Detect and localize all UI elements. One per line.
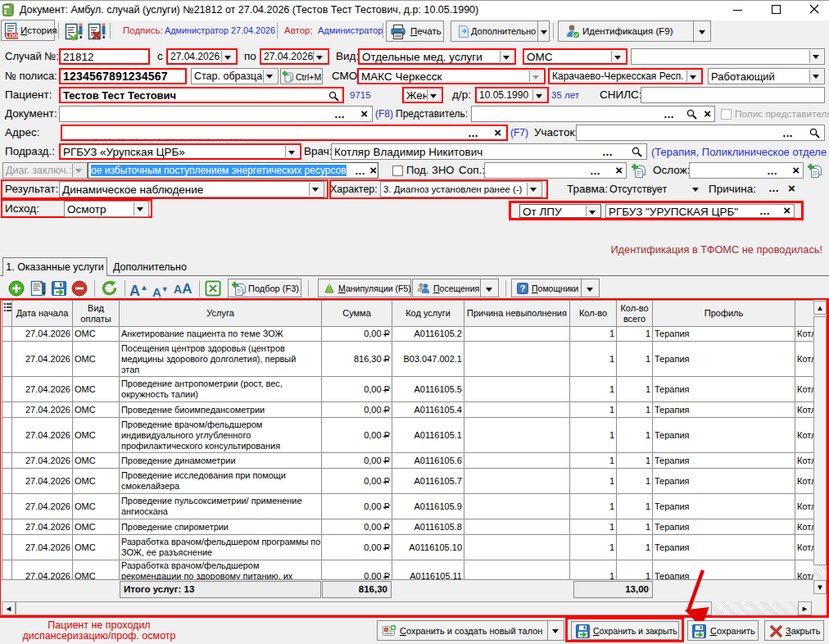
svg-text:?: ?: [520, 283, 526, 293]
svg-text:LOG: LOG: [6, 33, 18, 39]
